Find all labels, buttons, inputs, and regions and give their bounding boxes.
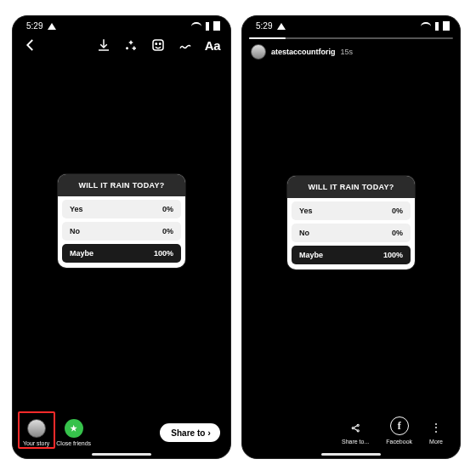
poll-option-label: No bbox=[70, 227, 80, 235]
poll-option-1[interactable]: Yes 0% bbox=[292, 201, 411, 220]
home-indicator bbox=[321, 453, 381, 456]
story-canvas[interactable]: WILL IT RAIN TODAY? Yes 0% No 0% Maybe 1… bbox=[242, 63, 460, 408]
story-progress bbox=[242, 32, 460, 41]
poll-option-pct: 0% bbox=[392, 229, 403, 237]
your-story-label: Your story bbox=[23, 440, 49, 446]
poll-option-label: Yes bbox=[299, 207, 313, 215]
poll-option-2[interactable]: No 0% bbox=[62, 222, 181, 241]
download-icon[interactable] bbox=[96, 37, 111, 53]
story-age: 15s bbox=[341, 48, 354, 56]
share-label: Share to... bbox=[342, 439, 369, 445]
svg-point-2 bbox=[159, 43, 161, 45]
phone-story-editor: 5:29 Aa WILL IT RAIN TODAY? bbox=[12, 15, 231, 459]
home-indicator bbox=[92, 453, 151, 456]
story-username[interactable]: atestaccountforig bbox=[271, 48, 336, 56]
poll-sticker[interactable]: WILL IT RAIN TODAY? Yes 0% No 0% Maybe 1… bbox=[58, 174, 185, 268]
story-progress-segment bbox=[249, 37, 453, 39]
wifi-icon bbox=[191, 22, 201, 31]
more-label: More bbox=[429, 439, 443, 445]
poll-option-label: Yes bbox=[70, 205, 83, 213]
poll-option-label: Maybe bbox=[299, 251, 323, 259]
wifi-icon bbox=[421, 22, 431, 31]
poll-option-3[interactable]: Maybe 100% bbox=[292, 246, 411, 264]
svg-point-1 bbox=[156, 43, 157, 45]
text-tool-button[interactable]: Aa bbox=[205, 38, 220, 53]
facebook-label: Facebook bbox=[386, 439, 412, 445]
poll-option-pct: 100% bbox=[383, 251, 403, 259]
poll-option-1[interactable]: Yes 0% bbox=[62, 200, 181, 218]
share-icon bbox=[348, 420, 363, 435]
svg-point-3 bbox=[352, 427, 354, 428]
poll-option-label: No bbox=[299, 229, 309, 237]
poll-question: WILL IT RAIN TODAY? bbox=[287, 176, 415, 198]
poll-option-pct: 100% bbox=[154, 249, 173, 258]
signal-icon bbox=[435, 22, 439, 31]
warning-icon bbox=[48, 23, 56, 30]
close-friends-button[interactable]: Close friends bbox=[56, 419, 91, 446]
poll-option-pct: 0% bbox=[162, 227, 173, 235]
close-friends-label: Close friends bbox=[56, 440, 91, 446]
your-story-button[interactable]: Your story bbox=[23, 419, 49, 446]
warning-icon bbox=[277, 23, 286, 30]
share-to-label: Share to bbox=[171, 428, 205, 438]
phone-story-viewer: 5:29 atestaccountforig 15s WILL IT RAIN … bbox=[241, 15, 461, 459]
sticker-icon[interactable] bbox=[150, 37, 166, 53]
facebook-button[interactable]: f Facebook bbox=[386, 416, 412, 445]
more-button[interactable]: ⋮ More bbox=[429, 420, 443, 445]
svg-point-5 bbox=[357, 429, 359, 431]
story-canvas[interactable]: WILL IT RAIN TODAY? Yes 0% No 0% Maybe 1… bbox=[13, 56, 230, 411]
more-icon: ⋮ bbox=[430, 420, 443, 435]
signal-icon bbox=[206, 22, 209, 31]
poll-option-2[interactable]: No 0% bbox=[292, 224, 411, 242]
share-to-button[interactable]: Share to... bbox=[342, 420, 369, 445]
poll-question: WILL IT RAIN TODAY? bbox=[58, 174, 185, 196]
back-button[interactable] bbox=[23, 37, 38, 53]
chevron-right-icon: › bbox=[207, 428, 211, 438]
story-header[interactable]: atestaccountforig 15s bbox=[242, 41, 460, 63]
battery-icon bbox=[443, 21, 450, 31]
draw-icon[interactable] bbox=[178, 37, 193, 53]
poll-option-label: Maybe bbox=[70, 249, 94, 258]
facebook-icon: f bbox=[390, 416, 409, 435]
poll-option-pct: 0% bbox=[162, 205, 173, 213]
status-time: 5:29 bbox=[26, 21, 42, 31]
svg-point-4 bbox=[357, 424, 359, 426]
status-bar: 5:29 bbox=[13, 16, 230, 32]
poll-option-3[interactable]: Maybe 100% bbox=[62, 244, 181, 263]
avatar-icon bbox=[251, 44, 266, 60]
status-bar: 5:29 bbox=[242, 16, 460, 32]
viewer-action-bar: Share to... f Facebook ⋮ More bbox=[242, 408, 460, 458]
editor-toolbar: Aa bbox=[13, 32, 230, 56]
status-time: 5:29 bbox=[256, 21, 272, 31]
effects-icon[interactable] bbox=[123, 37, 139, 53]
poll-option-pct: 0% bbox=[392, 207, 403, 215]
battery-icon bbox=[213, 21, 220, 31]
poll-sticker[interactable]: WILL IT RAIN TODAY? Yes 0% No 0% Maybe 1… bbox=[287, 176, 415, 269]
editor-share-bar: Your story Close friends Share to › bbox=[13, 411, 230, 458]
close-friends-icon bbox=[65, 419, 83, 438]
share-to-button[interactable]: Share to › bbox=[160, 423, 220, 442]
avatar-icon bbox=[27, 419, 46, 438]
